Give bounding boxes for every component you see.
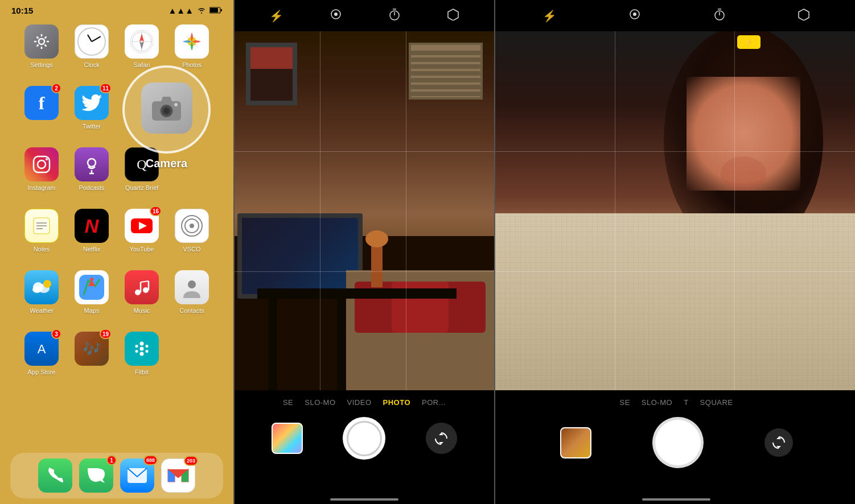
vsco-icon bbox=[175, 209, 209, 243]
selfie-live-icon[interactable] bbox=[628, 8, 641, 23]
fitbit-label: Fitbit bbox=[135, 369, 149, 375]
svg-point-38 bbox=[43, 280, 51, 288]
options-icon[interactable] bbox=[447, 8, 459, 23]
selfie-flip-button[interactable] bbox=[764, 428, 793, 457]
selfie-mode-square[interactable]: SQUARE bbox=[700, 398, 733, 407]
app-netflix[interactable]: N Netflix bbox=[69, 209, 114, 266]
shutter-button[interactable] bbox=[343, 417, 385, 460]
app-twitter[interactable]: 11 Twitter bbox=[69, 86, 114, 143]
svg-point-3 bbox=[39, 39, 44, 44]
app-appstore[interactable]: A 3 App Store bbox=[19, 332, 64, 389]
camera-highlight-overlay[interactable]: Camera bbox=[122, 65, 211, 170]
selfie-mode-se[interactable]: SE bbox=[620, 398, 630, 407]
facebook-icon: f 2 bbox=[24, 86, 59, 120]
music-label: Music bbox=[134, 307, 150, 314]
svg-point-53 bbox=[135, 350, 138, 353]
svg-rect-2 bbox=[221, 9, 222, 11]
selfie-options-icon[interactable] bbox=[798, 8, 810, 23]
selfie-mode-selector: SE SLO-MO VIDEO PHOTO T SQUARE bbox=[495, 390, 855, 411]
dock-messages[interactable]: 1 bbox=[79, 458, 113, 493]
camera-front-topbar: ⚡ bbox=[495, 0, 855, 31]
app-vsco[interactable]: VSCO bbox=[169, 209, 215, 266]
svg-point-37 bbox=[32, 286, 42, 293]
podcasts-label: Podcasts bbox=[79, 184, 104, 191]
contacts-label: Contacts bbox=[179, 307, 204, 314]
mode-slomo[interactable]: SLO-MO bbox=[305, 398, 335, 407]
selfie-thumbnail[interactable] bbox=[560, 427, 591, 458]
settings-label: Settings bbox=[30, 61, 53, 68]
camera-back-panel: ⚡ bbox=[235, 0, 494, 504]
app-contacts[interactable]: Contacts bbox=[169, 270, 215, 327]
app-podcasts[interactable]: Podcasts bbox=[69, 147, 114, 204]
app-camera-roll[interactable]: 19 🎶 bbox=[69, 332, 114, 389]
weather-label: Weather bbox=[30, 307, 53, 314]
vsco-label: VSCO bbox=[183, 246, 200, 253]
mail-icon: 888 bbox=[120, 458, 154, 493]
mode-portrait[interactable]: POR... bbox=[422, 398, 446, 407]
dock-gmail[interactable]: 203 bbox=[161, 458, 195, 493]
selfie-viewfinder bbox=[495, 31, 855, 395]
camera-label-box: Camera bbox=[122, 157, 211, 170]
clock-icon bbox=[75, 24, 109, 59]
app-youtube[interactable]: 16 YouTube bbox=[119, 209, 165, 266]
camera-back-bottombar: SE SLO-MO VIDEO PHOTO POR... bbox=[235, 390, 494, 504]
fitbit-icon bbox=[125, 332, 159, 366]
weather-icon bbox=[24, 270, 59, 304]
youtube-label: YouTube bbox=[129, 246, 154, 253]
selfie-home-indicator bbox=[642, 498, 710, 501]
maps-label: Maps bbox=[84, 307, 100, 314]
app-music[interactable]: Music bbox=[119, 270, 165, 327]
svg-point-20 bbox=[38, 160, 46, 168]
instagram-label: Instagram bbox=[28, 184, 56, 191]
mode-photo[interactable]: PHOTO bbox=[383, 398, 411, 407]
svg-point-42 bbox=[135, 290, 141, 295]
facebook-badge: 2 bbox=[51, 83, 61, 93]
selfie-mode-slomo[interactable]: SLO-MO bbox=[642, 398, 672, 407]
dock-phone[interactable] bbox=[38, 458, 72, 493]
status-icons: ▲▲▲ bbox=[168, 6, 222, 15]
appstore-badge: 3 bbox=[51, 329, 61, 339]
selfie-mode-t[interactable]: T bbox=[684, 398, 688, 407]
timer-icon[interactable] bbox=[388, 8, 401, 23]
photo-thumbnail[interactable] bbox=[272, 423, 303, 454]
app-clock[interactable]: Clock bbox=[69, 24, 114, 81]
appstore-label: App Store bbox=[28, 369, 56, 375]
svg-line-11 bbox=[45, 37, 47, 39]
clock-label: Clock bbox=[84, 61, 100, 68]
svg-point-43 bbox=[143, 287, 149, 293]
music-icon bbox=[125, 270, 159, 304]
flash-on-icon: ⚡ bbox=[744, 38, 754, 47]
flip-camera-button[interactable] bbox=[426, 423, 457, 454]
app-weather[interactable]: Weather bbox=[19, 270, 64, 327]
live-photo-icon[interactable] bbox=[330, 8, 342, 23]
app-notes[interactable]: Notes bbox=[19, 209, 64, 266]
twitter-badge: 11 bbox=[100, 83, 112, 93]
status-bar: 10:15 ▲▲▲ bbox=[0, 0, 233, 19]
app-maps[interactable]: Maps bbox=[69, 270, 114, 327]
camera-roll-badge: 19 bbox=[100, 329, 112, 339]
dock: 1 888 203 bbox=[10, 453, 223, 498]
selfie-flash-icon[interactable]: ⚡ bbox=[542, 9, 557, 23]
mode-se[interactable]: SE bbox=[283, 398, 293, 407]
selfie-shutter-button[interactable] bbox=[652, 417, 704, 468]
dock-mail[interactable]: 888 bbox=[120, 458, 154, 493]
phone-icon bbox=[38, 458, 72, 493]
twitter-label: Twitter bbox=[83, 123, 101, 130]
svg-line-8 bbox=[37, 37, 39, 39]
svg-point-59 bbox=[164, 108, 170, 114]
svg-point-51 bbox=[140, 352, 144, 356]
youtube-badge: 16 bbox=[150, 206, 162, 216]
gmail-icon: 203 bbox=[161, 458, 195, 493]
mode-video[interactable]: VIDEO bbox=[347, 398, 372, 407]
svg-rect-1 bbox=[210, 8, 218, 13]
selfie-timer-icon[interactable] bbox=[713, 8, 726, 23]
app-settings[interactable]: Settings bbox=[19, 24, 64, 81]
flash-off-icon[interactable]: ⚡ bbox=[269, 9, 283, 23]
app-fitbit[interactable]: Fitbit bbox=[119, 332, 165, 389]
app-instagram[interactable]: Instagram bbox=[19, 147, 64, 204]
app-facebook[interactable]: f 2 bbox=[19, 86, 64, 143]
svg-point-49 bbox=[140, 342, 144, 346]
svg-point-34 bbox=[190, 224, 194, 228]
notes-icon bbox=[24, 209, 59, 243]
camera-front-bottombar: SE SLO-MO VIDEO PHOTO T SQUARE bbox=[495, 390, 855, 504]
